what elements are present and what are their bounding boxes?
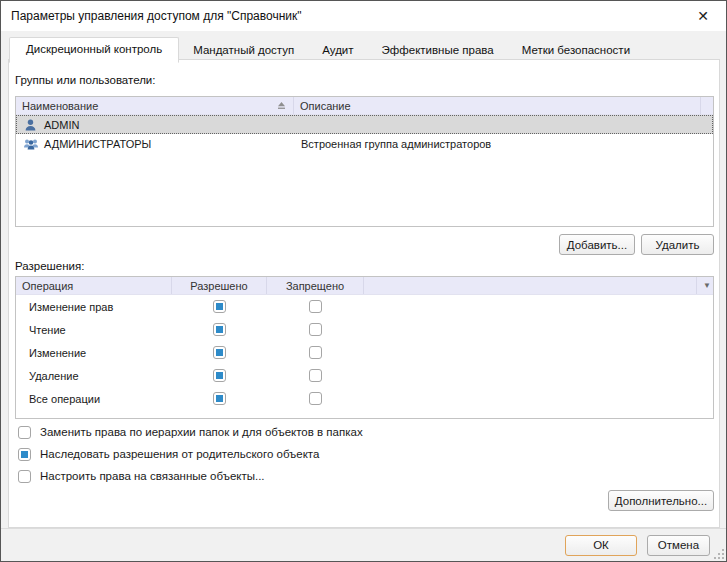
- permission-row-modify[interactable]: Изменение: [16, 341, 713, 364]
- replace-hierarchy-checkbox[interactable]: [18, 426, 31, 439]
- permissions-table: Операция Разрешено Запрещено ▼ Изменение…: [15, 276, 714, 419]
- tab-audit[interactable]: Аудит: [308, 39, 367, 62]
- permission-row-change-rights[interactable]: Изменение прав: [16, 295, 713, 318]
- column-options-dropdown[interactable]: ▼: [697, 277, 713, 294]
- denied-checkbox[interactable]: [309, 369, 322, 382]
- linked-objects-checkbox[interactable]: [18, 470, 31, 483]
- groups-table-header: Наименование Описание: [16, 97, 713, 115]
- group-icon: [23, 137, 39, 151]
- column-header-operation[interactable]: Операция: [16, 277, 172, 294]
- denied-checkbox[interactable]: [309, 346, 322, 359]
- operation-label: Чтение: [16, 324, 172, 336]
- allowed-checkbox[interactable]: [213, 323, 226, 336]
- tab-mandatory-access[interactable]: Мандатный доступ: [179, 39, 308, 62]
- denied-checkbox[interactable]: [309, 300, 322, 313]
- operation-label: Изменение: [16, 347, 172, 359]
- option-inherit-permissions[interactable]: Наследовать разрешения от родительского …: [18, 446, 319, 462]
- tab-security-labels[interactable]: Метки безопасности: [508, 39, 644, 62]
- option-replace-hierarchy[interactable]: Заменить права по иерархии папок и для о…: [18, 424, 363, 440]
- tab-page-discretionary: Группы или пользователи: Наименование Оп…: [8, 59, 720, 528]
- column-header-denied[interactable]: Запрещено: [267, 277, 364, 294]
- table-row-admin[interactable]: ADMIN: [16, 115, 713, 134]
- resize-grip[interactable]: [714, 549, 724, 559]
- tab-effective-rights[interactable]: Эффективные права: [368, 39, 508, 62]
- footer-bar: ОК Отмена: [1, 528, 726, 561]
- table-row-administrators[interactable]: АДМИНИСТРАТОРЫ Встроенная группа админис…: [16, 134, 713, 153]
- option-label: Заменить права по иерархии папок и для о…: [40, 426, 363, 438]
- groups-users-label: Группы или пользователи:: [15, 74, 155, 86]
- allowed-checkbox[interactable]: [213, 300, 226, 313]
- tab-discretionary-control[interactable]: Дискреционный контроль: [9, 37, 179, 63]
- column-header-allowed[interactable]: Разрешено: [172, 277, 267, 294]
- ok-button[interactable]: ОК: [565, 535, 637, 556]
- dialog-title: Параметры управления доступом для "Справ…: [11, 9, 302, 23]
- column-header-empty: [364, 277, 697, 294]
- option-label: Настроить права на связанные объекты...: [40, 470, 265, 482]
- permission-row-all-operations[interactable]: Все операции: [16, 387, 713, 410]
- column-header-description[interactable]: Описание: [294, 97, 701, 114]
- permissions-label: Разрешения:: [15, 260, 84, 272]
- column-header-spacer: [701, 97, 713, 114]
- operation-label: Все операции: [16, 393, 172, 405]
- denied-checkbox[interactable]: [309, 392, 322, 405]
- option-linked-objects[interactable]: Настроить права на связанные объекты...: [18, 468, 265, 484]
- chevron-down-icon: ▼: [703, 281, 711, 290]
- permissions-table-header: Операция Разрешено Запрещено ▼: [16, 277, 713, 295]
- title-bar: Параметры управления доступом для "Справ…: [1, 1, 726, 31]
- access-control-dialog: Параметры управления доступом для "Справ…: [0, 0, 727, 562]
- option-label: Наследовать разрешения от родительского …: [40, 448, 319, 460]
- user-icon: [23, 118, 39, 132]
- add-button[interactable]: Добавить...: [559, 234, 635, 255]
- row-name: ADMIN: [44, 119, 79, 131]
- inherit-permissions-checkbox[interactable]: [18, 448, 31, 461]
- denied-checkbox[interactable]: [309, 323, 322, 336]
- tab-strip: Дискреционный контроль Мандатный доступ …: [9, 37, 644, 62]
- groups-users-table: Наименование Описание ADMIN: [15, 96, 714, 227]
- allowed-checkbox[interactable]: [213, 369, 226, 382]
- allowed-checkbox[interactable]: [213, 346, 226, 359]
- remove-button[interactable]: Удалить: [641, 234, 714, 255]
- row-description: Встроенная группа администраторов: [295, 138, 712, 150]
- advanced-button[interactable]: Дополнительно...: [608, 490, 714, 511]
- operation-label: Удаление: [16, 370, 172, 382]
- row-name: АДМИНИСТРАТОРЫ: [44, 138, 151, 150]
- permission-row-delete[interactable]: Удаление: [16, 364, 713, 387]
- cancel-button[interactable]: Отмена: [647, 535, 710, 556]
- sort-asc-icon: [276, 101, 287, 111]
- column-header-name[interactable]: Наименование: [16, 97, 294, 114]
- close-icon[interactable]: ✕: [690, 3, 716, 29]
- permission-row-read[interactable]: Чтение: [16, 318, 713, 341]
- allowed-checkbox[interactable]: [213, 392, 226, 405]
- operation-label: Изменение прав: [16, 301, 172, 313]
